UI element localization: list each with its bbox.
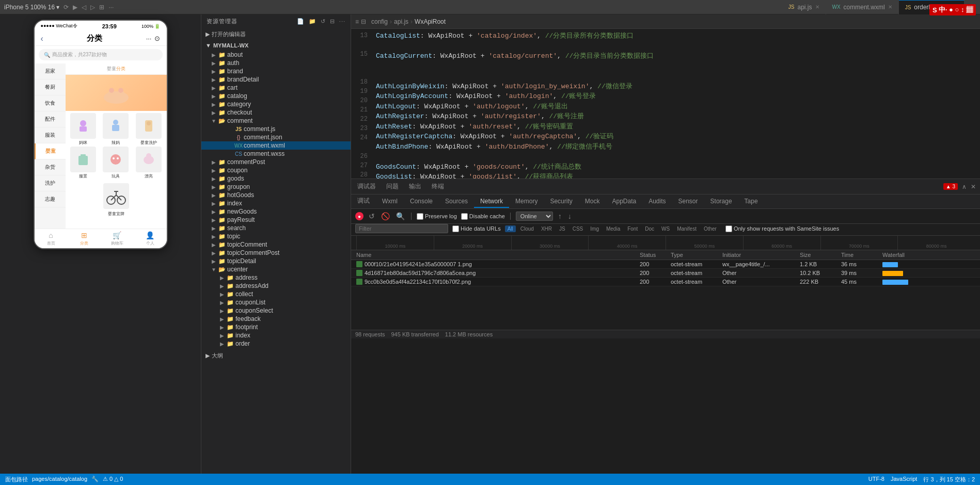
play-icon[interactable]: ▶ xyxy=(73,4,77,11)
cat-grid-item-2[interactable]: 婴童洗护 xyxy=(133,113,164,146)
tree-ucenter[interactable]: ▼ 📂 ucenter xyxy=(201,265,351,273)
type-btn-css[interactable]: CSS xyxy=(570,225,586,232)
devtools-tab-audits[interactable]: Audits xyxy=(642,196,672,208)
cat-grid-item-3[interactable]: 服置 xyxy=(68,147,99,179)
tree-coupon[interactable]: ▶ 📁 coupon xyxy=(201,166,351,174)
tree-groupon[interactable]: ▶ 📁 groupon xyxy=(201,183,351,191)
hide-data-urls-label[interactable]: Hide data URLs xyxy=(452,225,501,232)
cat-grid-item-1[interactable]: 辣妈 xyxy=(100,113,132,146)
cat-item-0[interactable]: 居家 xyxy=(35,63,66,79)
tree-ucenter-couponList[interactable]: ▶ 📁 couponList xyxy=(201,298,351,306)
tree-ucenter-address[interactable]: ▶ 📁 address xyxy=(201,273,351,282)
devtools-tab-wxml[interactable]: Wxml xyxy=(376,196,404,208)
cat-item-2[interactable]: 饮食 xyxy=(35,95,66,111)
cat-item-1[interactable]: 餐厨 xyxy=(35,79,66,95)
tree-comment-wxss[interactable]: CS comment.wxss xyxy=(201,150,351,158)
tree-topicCommentPost[interactable]: ▶ 📁 topicCommentPost xyxy=(201,249,351,257)
cat-item-8[interactable]: 志趣 xyxy=(35,191,66,207)
rotate-icon[interactable]: ⟳ xyxy=(64,4,69,11)
phone-nav-profile[interactable]: 👤 个人 xyxy=(134,231,167,246)
tree-comment-wxml[interactable]: WX comment.wxml xyxy=(201,141,351,150)
code-editor[interactable]: 13 15 18192021222324 2627282930 3334 373… xyxy=(351,29,980,179)
network-filter-input[interactable] xyxy=(355,224,448,233)
cat-grid-item-5[interactable]: 漂亮 xyxy=(133,147,164,179)
tree-topicDetail[interactable]: ▶ 📁 topicDetail xyxy=(201,257,351,265)
status-settings-icon[interactable]: 🔧 xyxy=(91,476,99,483)
tree-ucenter-footprint[interactable]: ▶ 📁 footprint xyxy=(201,323,351,331)
tree-about[interactable]: ▶ 📁 about xyxy=(201,51,351,59)
tree-newGoods[interactable]: ▶ 📁 newGoods xyxy=(201,207,351,216)
phone-menu-btn[interactable]: ··· xyxy=(146,35,152,42)
type-btn-js[interactable]: JS xyxy=(557,225,568,232)
type-btn-other[interactable]: Other xyxy=(701,225,719,232)
online-select[interactable]: Online Offline Slow 3G xyxy=(516,212,553,221)
devtools-tab-debug[interactable]: 调试 xyxy=(351,195,376,208)
tree-hotGoods[interactable]: ▶ 📁 hotGoods xyxy=(201,191,351,199)
tree-ucenter-couponSelect[interactable]: ▶ 📁 couponSelect xyxy=(201,306,351,315)
devtools-tab-sources[interactable]: Sources xyxy=(439,196,474,208)
tab-api-js[interactable]: JS api.js ✕ xyxy=(782,0,826,14)
type-btn-ws[interactable]: WS xyxy=(659,225,672,232)
devtools-tab-sensor[interactable]: Sensor xyxy=(672,196,704,208)
table-row[interactable]: 4d16871eb80dac59d1796c7d806a5cea.png 200… xyxy=(351,269,980,278)
import-icon[interactable]: ↑ xyxy=(557,211,563,221)
cat-item-5[interactable]: 婴童 xyxy=(35,143,66,159)
tree-category[interactable]: ▶ 📁 category xyxy=(201,100,351,108)
disable-cache-checkbox[interactable] xyxy=(461,213,468,220)
tree-comment[interactable]: ▼ 📂 comment xyxy=(201,117,351,125)
table-row[interactable]: 9cc0b3e0d5a4f4a22134c170f10b70f2.png 200… xyxy=(351,278,980,286)
devtools-close-icon[interactable]: ✕ xyxy=(971,183,976,190)
export-icon[interactable]: ↓ xyxy=(567,211,573,221)
status-language[interactable]: JavaScript xyxy=(891,476,917,483)
tree-search[interactable]: ▶ 📁 search xyxy=(201,224,351,232)
tab-comment-wxml[interactable]: WX comment.wxml ✕ xyxy=(826,0,899,14)
tree-ucenter-collect[interactable]: ▶ 📁 collect xyxy=(201,290,351,298)
col-size[interactable]: Size xyxy=(799,252,840,258)
tree-ucenter-addressAdd[interactable]: ▶ 📁 addressAdd xyxy=(201,282,351,290)
col-waterfall[interactable]: Waterfall xyxy=(881,252,976,258)
tree-index[interactable]: ▶ 📁 index xyxy=(201,199,351,207)
tree-topic[interactable]: ▶ 📁 topic xyxy=(201,232,351,240)
cat-grid-item-0[interactable]: 妈咪 xyxy=(68,113,99,146)
samesite-label[interactable]: Only show requests with SameSite issues xyxy=(725,225,839,232)
tree-auth[interactable]: ▶ 📁 auth xyxy=(201,59,351,67)
search-network-btn[interactable]: 🔍 xyxy=(395,211,406,221)
devtools-tab-console[interactable]: Console xyxy=(404,196,439,208)
samesite-checkbox[interactable] xyxy=(725,225,732,232)
breadcrumb-segment-1[interactable]: api.js xyxy=(394,18,408,25)
devtools-tab-security[interactable]: Security xyxy=(544,196,578,208)
devtools-chevron-up[interactable]: ∧ xyxy=(962,183,967,190)
editor-forward-btn[interactable]: ⊟ xyxy=(361,18,366,25)
tree-comment-js[interactable]: JS comment.js xyxy=(201,125,351,133)
hide-data-urls-checkbox[interactable] xyxy=(452,225,459,232)
type-btn-manifest[interactable]: Manifest xyxy=(674,225,699,232)
type-btn-xhr[interactable]: XHR xyxy=(539,225,555,232)
type-btn-doc[interactable]: Doc xyxy=(642,225,657,232)
preserve-log-checkbox[interactable] xyxy=(417,213,423,220)
forward-icon[interactable]: ▷ xyxy=(90,4,95,11)
col-type[interactable]: Type xyxy=(670,252,721,258)
more-explorer-icon[interactable]: ··· xyxy=(339,18,345,25)
tree-payResult[interactable]: ▶ 📁 payResult xyxy=(201,216,351,224)
cat-item-4[interactable]: 服装 xyxy=(35,127,66,143)
preserve-log-label[interactable]: Preserve log xyxy=(417,213,457,220)
type-btn-img[interactable]: Img xyxy=(588,225,602,232)
col-name[interactable]: Name xyxy=(355,252,639,258)
outline-section[interactable]: ▶ 大纲 xyxy=(201,350,351,362)
phone-back-btn[interactable]: ‹ xyxy=(41,34,43,43)
more-icon[interactable]: ··· xyxy=(108,4,114,11)
new-folder-icon[interactable]: 📁 xyxy=(309,18,317,25)
phone-nav-cart[interactable]: 🛒 购物车 xyxy=(101,231,134,246)
tree-comment-json[interactable]: {} comment.json xyxy=(201,133,351,141)
open-editors-section[interactable]: ▶ 打开的编辑器 xyxy=(201,28,351,40)
type-btn-all[interactable]: All xyxy=(505,225,516,232)
breadcrumb-segment-0[interactable]: config xyxy=(371,18,388,25)
devtools-tab-storage[interactable]: Storage xyxy=(704,196,738,208)
devtools-tab-tape[interactable]: Tape xyxy=(738,196,764,208)
type-btn-media[interactable]: Media xyxy=(604,225,623,232)
phone-nav-category[interactable]: ⊞ 分类 xyxy=(68,231,101,246)
breadcrumb-current[interactable]: WxApiRoot xyxy=(415,18,446,25)
phone-nav-home[interactable]: ⌂ 首页 xyxy=(35,231,68,246)
disable-cache-label[interactable]: Disable cache xyxy=(461,213,505,220)
tree-brand[interactable]: ▶ 📁 brand xyxy=(201,67,351,75)
